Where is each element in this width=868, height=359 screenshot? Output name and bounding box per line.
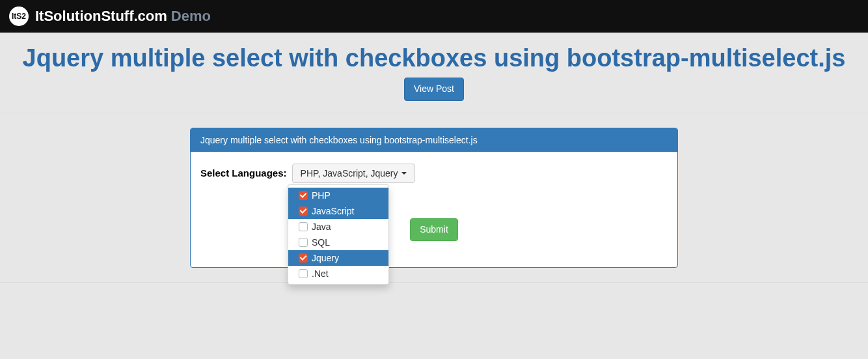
panel-body: Select Languages: PHP, JavaScript, Jquer… [191,152,677,268]
brand-name[interactable]: ItSolutionStuff.com [35,8,167,25]
divider-bottom [0,282,868,283]
checkbox-icon[interactable] [299,269,308,278]
option-label: SQL [312,237,330,248]
option-label: Jquery [312,253,339,263]
checkbox-icon[interactable] [299,238,308,247]
option-label: JavaScript [312,206,354,216]
checkbox-icon[interactable] [299,253,308,263]
submit-wrap: Submit [200,218,668,242]
chevron-down-icon [401,172,407,175]
panel-heading: Jquery multiple select with checkboxes u… [191,128,677,152]
view-post-wrap: View Post [0,78,868,101]
checkbox-icon[interactable] [299,207,308,216]
multiselect-option[interactable]: JavaScript [288,203,388,219]
multiselect-toggle-button[interactable]: PHP, JavaScript, Jquery [292,164,416,183]
option-label: PHP [312,190,331,201]
page-title: Jquery multiple select with checkboxes u… [0,44,868,72]
checkbox-icon[interactable] [299,191,308,200]
option-label: .Net [312,268,329,279]
view-post-button[interactable]: View Post [404,78,464,101]
multiselect-option[interactable]: Jquery [288,250,388,266]
multiselect-selected-text: PHP, JavaScript, Jquery [301,168,398,179]
demo-label: Demo [171,8,211,25]
multiselect-dropdown: PHPJavaScriptJavaSQLJquery.Net [288,184,389,285]
multiselect-option[interactable]: PHP [288,188,388,203]
select-languages-label: Select Languages: [200,167,287,179]
navbar: ItS2 ItSolutionStuff.com Demo [0,0,868,33]
multiselect-option[interactable]: .Net [288,266,388,281]
brand-logo[interactable]: ItS2 [9,7,29,26]
checkbox-icon[interactable] [299,222,308,231]
form-row: Select Languages: PHP, JavaScript, Jquer… [200,164,668,183]
submit-button[interactable]: Submit [410,218,458,242]
multiselect-option[interactable]: SQL [288,235,388,250]
divider-top [0,113,868,113]
demo-panel: Jquery multiple select with checkboxes u… [190,128,678,268]
option-label: Java [312,222,331,232]
multiselect-option[interactable]: Java [288,219,388,235]
